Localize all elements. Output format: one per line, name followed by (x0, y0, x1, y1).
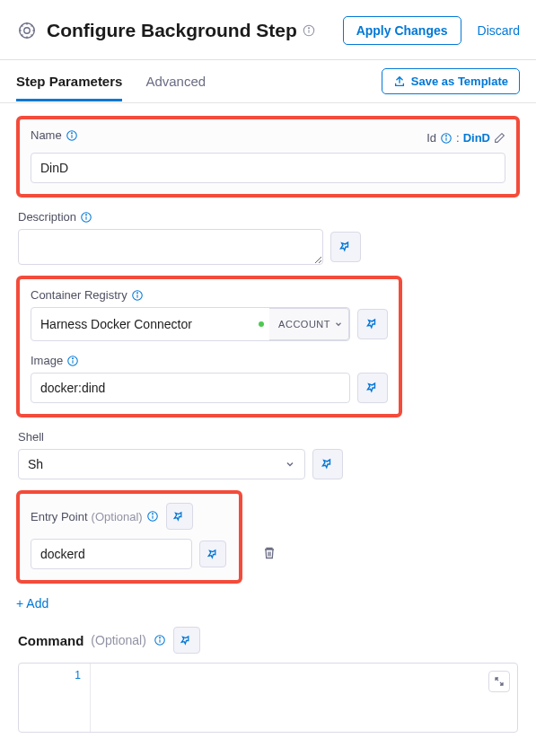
pin-button[interactable] (357, 373, 388, 403)
save-as-template-button[interactable]: Save as Template (382, 68, 520, 94)
chevron-down-icon (334, 320, 343, 329)
info-icon[interactable] (66, 129, 78, 142)
shell-label: Shell (18, 430, 44, 444)
svg-point-7 (71, 132, 72, 133)
container-registry-label: Container Registry (31, 288, 127, 302)
expand-button[interactable] (488, 671, 510, 692)
command-group: Command (Optional) 1 (16, 623, 520, 743)
entry-point-label: Entry Point (31, 510, 88, 523)
name-id-group: Name Id : DinD (16, 116, 520, 198)
chevron-down-icon (285, 459, 295, 470)
pin-icon (339, 241, 352, 253)
registry-image-group: Container Registry Harness Docker Connec… (16, 276, 402, 418)
svg-point-1 (24, 28, 30, 33)
pin-button[interactable] (330, 232, 361, 262)
description-textarea[interactable] (18, 229, 323, 265)
shell-group: Shell Sh (16, 426, 520, 490)
id-value: DinD (463, 131, 490, 145)
name-label: Name (31, 128, 62, 142)
info-icon[interactable] (131, 289, 144, 302)
delete-button[interactable] (257, 541, 282, 566)
discard-button[interactable]: Discard (478, 23, 520, 38)
pin-button[interactable] (357, 309, 388, 339)
scope-badge[interactable]: ACCOUNT (269, 308, 349, 340)
line-number: 1 (19, 664, 91, 732)
svg-point-19 (73, 357, 74, 358)
svg-point-22 (152, 514, 153, 514)
info-icon[interactable] (303, 24, 315, 37)
optional-suffix: (Optional) (91, 633, 145, 647)
edit-icon[interactable] (494, 132, 505, 144)
image-input[interactable] (31, 373, 350, 403)
tab-step-parameters[interactable]: Step Parameters (16, 61, 122, 101)
shell-value: Sh (28, 457, 43, 471)
pin-icon (180, 635, 192, 646)
id-label: Id (426, 131, 436, 145)
tab-advanced[interactable]: Advanced (145, 61, 206, 101)
pin-icon (173, 511, 185, 523)
svg-point-16 (136, 292, 137, 293)
add-entry-point-button[interactable]: + Add (16, 596, 520, 611)
info-icon[interactable] (146, 510, 159, 523)
expand-icon (494, 676, 505, 687)
svg-point-25 (159, 637, 160, 638)
template-icon (393, 75, 406, 88)
optional-suffix: (Optional) (92, 510, 143, 523)
pin-button[interactable] (166, 503, 193, 530)
save-template-label: Save as Template (411, 75, 508, 88)
apply-changes-button[interactable]: Apply Changes (343, 16, 461, 45)
name-label-row: Name (31, 128, 78, 142)
info-icon[interactable] (80, 211, 92, 224)
description-label: Description (18, 210, 76, 224)
page-title: Configure Background Step (47, 20, 297, 41)
entry-point-group: Entry Point (Optional) (16, 490, 242, 584)
pin-icon (366, 382, 379, 394)
connector-value: Harness Docker Connector (40, 317, 259, 331)
command-editor[interactable]: 1 (18, 663, 518, 733)
status-dot (259, 321, 264, 327)
pin-button[interactable] (199, 541, 226, 567)
pin-icon (366, 318, 379, 330)
trash-icon (262, 546, 277, 560)
page-header: Configure Background Step Apply Changes … (0, 0, 536, 60)
entry-point-input[interactable] (31, 539, 192, 569)
svg-point-4 (308, 28, 309, 29)
svg-point-10 (446, 135, 447, 136)
info-icon[interactable] (440, 132, 453, 145)
tab-row: Step Parameters Advanced Save as Templat… (0, 60, 536, 103)
info-icon[interactable] (66, 355, 79, 367)
background-step-icon (16, 20, 38, 41)
pin-icon (207, 549, 219, 560)
name-input[interactable] (31, 153, 505, 183)
command-label: Command (18, 633, 83, 648)
pin-button[interactable] (173, 627, 200, 654)
svg-point-13 (86, 214, 87, 215)
shell-select[interactable]: Sh (18, 449, 305, 479)
pin-icon (321, 458, 334, 470)
info-icon[interactable] (154, 634, 166, 646)
pin-button[interactable] (312, 449, 343, 479)
image-label: Image (31, 354, 63, 367)
container-registry-select[interactable]: Harness Docker Connector ACCOUNT (31, 307, 350, 341)
description-group: Description (16, 207, 520, 276)
